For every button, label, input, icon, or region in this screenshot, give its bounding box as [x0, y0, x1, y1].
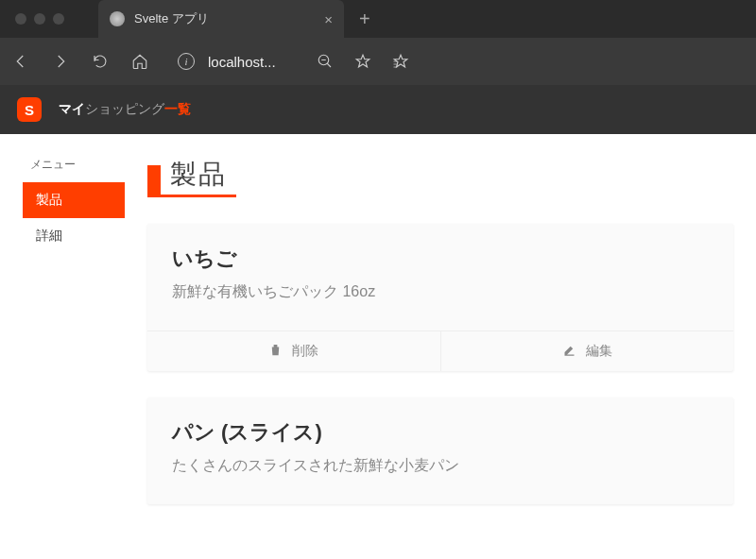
- home-button[interactable]: [130, 52, 149, 71]
- sidebar-item-products[interactable]: 製品: [23, 182, 125, 218]
- trash-icon: [268, 343, 283, 360]
- browser-chrome: Svelte アプリ × + i localhost...: [0, 0, 756, 85]
- forward-button[interactable]: [51, 52, 70, 71]
- window-min-dot[interactable]: [34, 13, 45, 25]
- product-name: パン (スライス): [172, 418, 709, 447]
- sidebar: メニュー 製品 詳細: [23, 157, 125, 531]
- browser-toolbar: i localhost...: [0, 38, 756, 85]
- card-actions: 削除 編集: [147, 330, 733, 371]
- tab-title: Svelte アプリ: [134, 10, 315, 27]
- window-controls: [0, 13, 79, 25]
- content: メニュー 製品 詳細 製品 いちご 新鮮な有機いちごパック 16oz 削除 編集: [0, 134, 756, 553]
- page-title-wrap: 製品: [147, 157, 733, 197]
- page-title: 製品: [161, 157, 236, 197]
- address-bar[interactable]: i localhost...: [178, 53, 276, 70]
- card-body: パン (スライス) たくさんのスライスされた新鮮な小麦パン: [147, 398, 733, 504]
- app-logo: S: [17, 97, 42, 122]
- product-card: いちご 新鮮な有機いちごパック 16oz 削除 編集: [147, 224, 733, 371]
- favorites-list-icon[interactable]: [391, 52, 410, 71]
- edit-icon: [562, 343, 576, 360]
- new-tab-button[interactable]: +: [359, 8, 370, 30]
- accent-bar: [147, 165, 161, 197]
- zoom-out-icon[interactable]: [316, 52, 335, 71]
- brand-part-1: マイ: [59, 101, 85, 116]
- main: 製品 いちご 新鮮な有機いちごパック 16oz 削除 編集 パン (スライ: [147, 157, 733, 531]
- back-button[interactable]: [11, 52, 30, 71]
- delete-label: 削除: [292, 343, 318, 360]
- app-brand: マイショッピング一覧: [59, 101, 191, 118]
- app-header: S マイショッピング一覧: [0, 85, 756, 134]
- info-icon[interactable]: i: [178, 53, 195, 70]
- refresh-button[interactable]: [91, 52, 110, 71]
- product-name: いちご: [172, 245, 709, 273]
- edit-label: 編集: [586, 343, 612, 360]
- brand-part-3: 一覧: [164, 101, 191, 116]
- card-body: いちご 新鮮な有機いちごパック 16oz: [147, 224, 733, 330]
- product-desc: 新鮮な有機いちごパック 16oz: [172, 282, 709, 302]
- edit-button[interactable]: 編集: [440, 331, 734, 371]
- brand-part-2: ショッピング: [85, 101, 164, 116]
- product-card: パン (スライス) たくさんのスライスされた新鮮な小麦パン: [147, 398, 733, 504]
- window-max-dot[interactable]: [53, 13, 64, 25]
- tab-favicon: [110, 11, 125, 26]
- sidebar-item-details[interactable]: 詳細: [23, 218, 125, 254]
- titlebar: Svelte アプリ × +: [0, 0, 756, 38]
- window-close-dot[interactable]: [15, 13, 26, 25]
- address-text: localhost...: [208, 54, 276, 70]
- close-icon[interactable]: ×: [324, 11, 333, 27]
- delete-button[interactable]: 削除: [147, 331, 440, 371]
- product-desc: たくさんのスライスされた新鮮な小麦パン: [172, 456, 709, 476]
- star-icon[interactable]: [353, 52, 372, 71]
- browser-tab[interactable]: Svelte アプリ ×: [98, 0, 344, 38]
- menu-label: メニュー: [23, 157, 125, 173]
